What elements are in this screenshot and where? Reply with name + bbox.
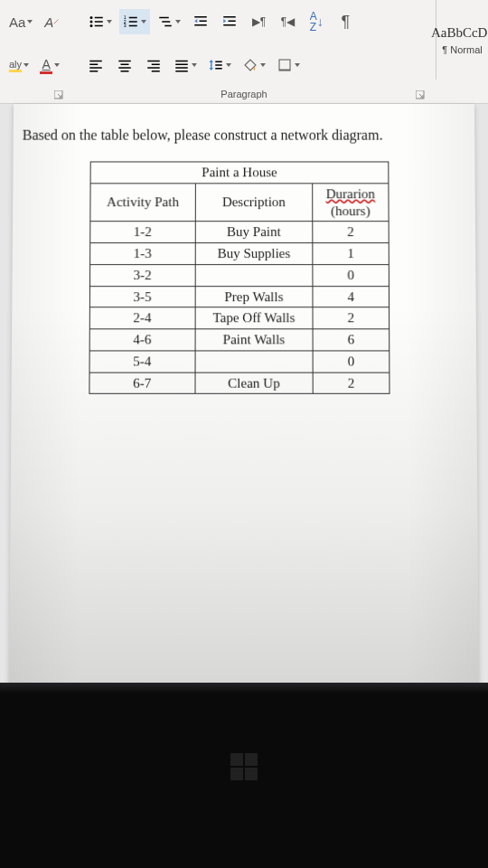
header-activity-path: Activity Path — [90, 184, 195, 222]
font-color-label: A — [42, 57, 50, 71]
svg-rect-39 — [215, 64, 222, 66]
increase-indent-icon — [221, 14, 238, 30]
svg-point-0 — [90, 16, 93, 19]
highlight-yellow-icon — [9, 70, 22, 72]
header-duration-bottom: (hours) — [331, 203, 371, 218]
svg-rect-9 — [129, 21, 137, 23]
network-table: Paint a House Activity Path Description … — [89, 161, 389, 394]
svg-rect-34 — [175, 64, 188, 66]
align-center-button[interactable] — [112, 52, 137, 78]
svg-rect-37 — [211, 62, 212, 68]
table-row: 4-6Paint Walls6 — [89, 329, 389, 351]
justify-icon — [174, 57, 190, 73]
svg-rect-7 — [129, 17, 137, 19]
clear-formatting-button[interactable]: A — [40, 9, 65, 34]
svg-rect-29 — [147, 61, 160, 62]
svg-rect-25 — [118, 61, 131, 62]
align-left-icon — [88, 57, 104, 73]
sort-icon: AZ — [310, 11, 317, 33]
table-row: 1-2Buy Paint2 — [90, 222, 389, 243]
svg-rect-1 — [95, 17, 103, 19]
line-spacing-icon — [208, 57, 224, 73]
svg-rect-30 — [152, 64, 160, 66]
font-color-red-icon — [40, 71, 52, 74]
header-duration: Durarion (hours) — [313, 184, 389, 222]
borders-button[interactable] — [273, 52, 304, 78]
multilevel-icon — [157, 14, 174, 30]
svg-rect-18 — [224, 16, 237, 18]
svg-rect-3 — [95, 21, 103, 23]
laptop-bezel — [0, 683, 488, 868]
table-title: Paint a House — [90, 162, 389, 184]
numbering-button[interactable]: 123 — [119, 9, 150, 34]
svg-rect-42 — [279, 70, 290, 71]
ribbon-toolbar: Aa A 123 ▶¶ ¶◀ AZ ↓ — [0, 0, 488, 104]
increase-indent-button[interactable] — [217, 9, 242, 34]
svg-point-4 — [90, 24, 93, 27]
font-group-launcher[interactable] — [54, 90, 63, 99]
svg-rect-11 — [129, 25, 137, 27]
paragraph-group-label: Paragraph — [0, 85, 488, 103]
table-row: 6-7Clean Up2 — [89, 373, 389, 394]
svg-rect-21 — [89, 61, 102, 62]
align-right-icon — [145, 57, 162, 73]
header-duration-top: Durarion — [326, 186, 375, 201]
decrease-indent-icon — [192, 14, 209, 30]
document-page[interactable]: Based on the table below, please constru… — [9, 104, 479, 684]
svg-rect-27 — [118, 67, 131, 69]
highlight-color-button[interactable]: aly — [5, 52, 33, 78]
svg-rect-13 — [163, 21, 171, 23]
change-case-label: Aa — [9, 14, 25, 30]
windows-logo-icon — [230, 753, 258, 780]
decrease-indent-button[interactable] — [188, 9, 213, 34]
align-left-button[interactable] — [83, 52, 108, 78]
line-spacing-button[interactable] — [204, 52, 235, 78]
multilevel-list-button[interactable] — [154, 9, 184, 34]
svg-rect-31 — [147, 67, 160, 69]
shading-button[interactable] — [239, 52, 269, 78]
svg-rect-15 — [195, 16, 208, 18]
change-case-button[interactable]: Aa — [5, 9, 36, 34]
table-row: 1-3Buy Supplies1 — [90, 243, 389, 265]
svg-point-2 — [90, 21, 93, 24]
svg-rect-36 — [175, 71, 188, 72]
sort-button[interactable]: AZ ↓ — [304, 9, 329, 34]
align-right-button[interactable] — [141, 52, 166, 78]
svg-rect-22 — [89, 64, 98, 66]
document-area: Based on the table below, please constru… — [0, 104, 488, 683]
svg-rect-5 — [95, 25, 103, 27]
svg-rect-41 — [279, 60, 290, 71]
svg-rect-38 — [215, 61, 222, 63]
svg-rect-28 — [121, 71, 129, 72]
font-color-button[interactable]: A — [36, 52, 63, 78]
ltr-direction-button[interactable]: ▶¶ — [246, 9, 271, 34]
table-row: 5-40 — [89, 351, 389, 373]
svg-rect-20 — [224, 24, 237, 26]
svg-rect-14 — [165, 25, 173, 27]
header-description: Description — [195, 184, 313, 222]
style-sample: AaBbCcDc — [431, 25, 488, 41]
rtl-direction-button[interactable]: ¶◀ — [275, 9, 300, 34]
svg-rect-19 — [229, 21, 236, 23]
align-center-icon — [117, 57, 133, 73]
show-hide-marks-button[interactable]: ¶ — [333, 9, 358, 34]
style-name: ¶ Normal — [442, 44, 482, 55]
bullets-icon — [89, 14, 105, 30]
svg-rect-35 — [175, 67, 188, 69]
highlight-label: aly — [9, 59, 22, 70]
borders-icon — [277, 57, 293, 73]
rtl-icon: ¶◀ — [281, 15, 295, 28]
table-row: 2-4Tape Off Walls2 — [89, 307, 389, 329]
bullets-button[interactable] — [85, 9, 116, 34]
table-row: 3-20 — [89, 264, 389, 286]
numbering-icon: 123 — [123, 14, 139, 30]
paint-bucket-icon — [242, 57, 258, 73]
svg-rect-17 — [195, 24, 208, 26]
justify-button[interactable] — [170, 52, 201, 78]
svg-rect-12 — [160, 17, 170, 19]
styles-gallery[interactable]: AaBbCcDc ¶ Normal — [436, 0, 488, 80]
svg-rect-24 — [89, 71, 98, 72]
paragraph-group-launcher[interactable] — [416, 90, 425, 99]
svg-rect-32 — [152, 71, 160, 72]
ltr-icon: ▶¶ — [252, 15, 266, 28]
